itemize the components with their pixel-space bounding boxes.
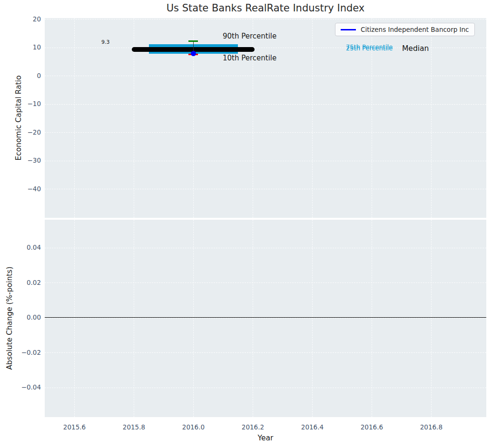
y-tick-label: 20 [0,15,41,23]
p90-percentile-annotation: 90th Percentile [223,32,276,40]
x-tick-label: 2015.8 [115,423,153,431]
top-y-axis-label: Economic Capital Ratio [14,75,23,160]
company-data-point [191,51,196,56]
chart-title: Us State Banks RealRate Industry Index [167,2,365,14]
legend: Citizens Independent Bancorp Inc [335,23,475,36]
p90-cap [188,40,198,42]
p25-percentile-annotation: 25th Percentile [346,45,393,52]
y-tick-label: −10 [0,100,41,108]
median-annotation: Median [402,44,429,53]
y-tick-label: −0.02 [0,349,41,357]
chart-figure: Us State Banks RealRate Industry Index E… [0,0,492,448]
y-tick-label: −40 [0,185,41,193]
x-axis-label: Year [258,434,274,442]
legend-line-sample [341,29,356,30]
horizontal-gridline [45,161,486,161]
horizontal-gridline [45,132,486,133]
y-tick-label: 10 [0,43,41,51]
y-tick-label: −0.04 [0,383,41,391]
y-tick-label: 0.00 [0,313,41,321]
y-tick-label: 0 [0,72,41,80]
horizontal-gridline [45,352,486,353]
y-tick-label: 0.02 [0,279,41,287]
x-tick-label: 2016.0 [174,423,212,431]
vertical-gridline [74,18,75,218]
horizontal-gridline [45,189,486,189]
median-value-annotation: 9.3 [101,39,110,45]
vertical-gridline [312,18,313,218]
horizontal-gridline [45,282,486,283]
bottom-plot-area [45,220,486,417]
horizontal-gridline [45,104,486,105]
x-tick-label: 2016.6 [353,423,391,431]
horizontal-gridline [45,388,486,388]
horizontal-gridline [45,248,486,248]
x-tick-label: 2016.2 [234,423,272,431]
x-tick-label: 2015.6 [55,423,93,431]
x-tick-label: 2016.8 [412,423,450,431]
horizontal-gridline [45,19,486,19]
p10-percentile-annotation: 10th Percentile [223,54,276,62]
top-plot-area: 9.3 90th Percentile 10th Percentile 75th… [45,18,486,218]
y-tick-label: 0.04 [0,243,41,252]
y-tick-label: −30 [0,156,41,165]
horizontal-gridline [45,76,486,76]
x-tick-label: 2016.4 [293,423,331,431]
y-tick-label: −20 [0,128,41,136]
vertical-gridline [431,18,432,218]
legend-label: Citizens Independent Bancorp Inc [361,26,469,33]
zero-reference-line [45,317,486,318]
